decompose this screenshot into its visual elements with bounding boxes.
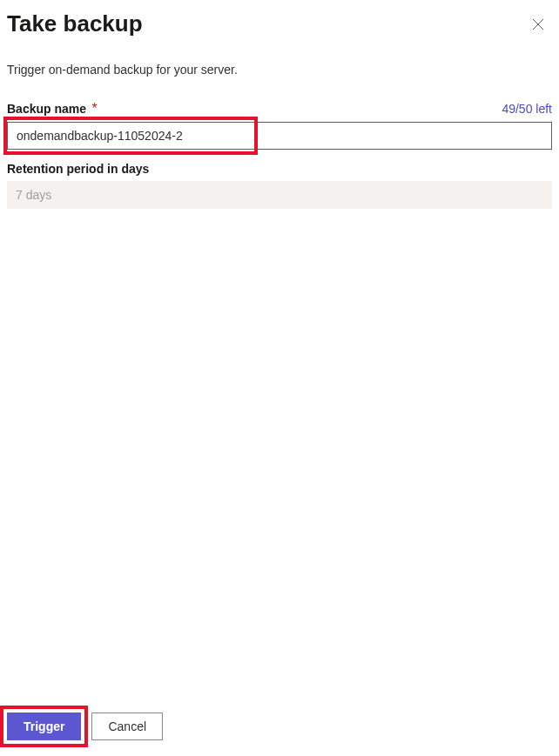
backup-name-input[interactable]: [7, 122, 552, 150]
backup-name-label-row: Backup name * 49/50 left: [7, 101, 552, 117]
required-indicator: *: [92, 101, 98, 116]
cancel-button[interactable]: Cancel: [91, 713, 163, 740]
retention-value: 7 days: [7, 181, 552, 209]
panel-header: Take backup: [7, 10, 552, 38]
panel-footer: Trigger Cancel: [7, 700, 552, 756]
trigger-wrap: Trigger: [7, 713, 81, 740]
backup-name-field: Backup name * 49/50 left: [7, 101, 552, 162]
backup-name-input-wrap: [7, 122, 552, 150]
trigger-button[interactable]: Trigger: [7, 713, 81, 740]
retention-field: Retention period in days 7 days: [7, 162, 552, 209]
retention-label: Retention period in days: [7, 162, 149, 176]
close-button[interactable]: [524, 10, 552, 38]
panel-title: Take backup: [7, 10, 143, 37]
retention-label-row: Retention period in days: [7, 162, 552, 176]
backup-name-label: Backup name: [7, 102, 86, 116]
close-icon: [532, 18, 544, 30]
char-counter: 49/50 left: [502, 102, 552, 116]
backup-name-label-wrap: Backup name *: [7, 101, 98, 117]
panel-description: Trigger on-demand backup for your server…: [7, 63, 552, 77]
take-backup-panel: Take backup Trigger on-demand backup for…: [0, 0, 559, 756]
